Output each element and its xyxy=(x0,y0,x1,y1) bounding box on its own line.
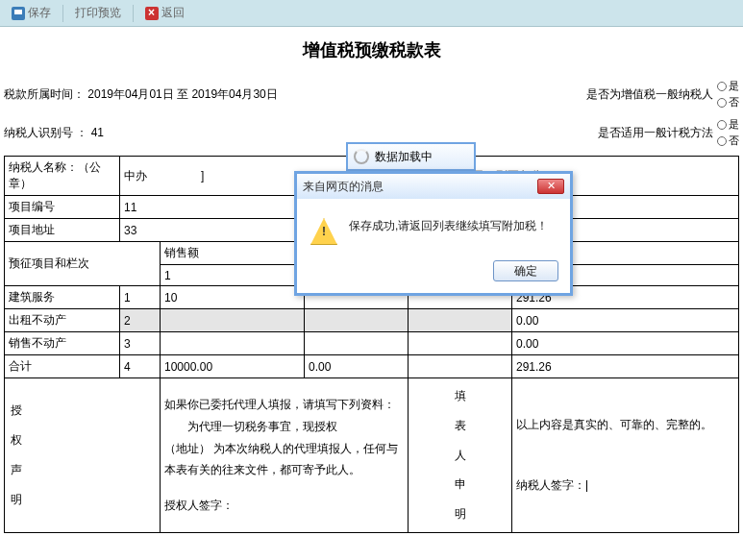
use-method-label: 是否适用一般计税方法 xyxy=(598,125,713,141)
loading-text: 数据加载中 xyxy=(375,149,433,165)
loading-indicator: 数据加载中 xyxy=(346,142,476,171)
col-sales: 销售额 xyxy=(161,242,305,265)
toolbar-separator xyxy=(62,5,63,22)
dialog-title: 来自网页的消息 xyxy=(303,179,384,195)
taxid-label: 纳税人识别号 ： xyxy=(4,126,87,139)
colnum-1: 1 xyxy=(161,265,305,286)
back-label: 返回 xyxy=(161,5,185,21)
declare-body: 以上内容是真实的、可靠的、完整的。 xyxy=(516,414,734,436)
message-dialog: 来自网页的消息 ✕ 保存成功,请返回列表继续填写附加税！ 确定 xyxy=(294,171,573,296)
table-row: 出租不动产 2 0.00 xyxy=(5,309,739,332)
save-icon xyxy=(12,7,25,20)
back-button[interactable]: 返回 xyxy=(139,3,190,23)
name-label: 纳税人名称：（公章） xyxy=(5,157,120,196)
spinner-icon xyxy=(354,149,369,164)
projaddr-label: 项目地址 xyxy=(5,219,120,242)
table-row: 合计 4 10000.00 0.00 291.26 xyxy=(5,355,739,378)
is-general-label: 是否为增值税一般纳税人 xyxy=(586,86,713,103)
print-preview-button[interactable]: 打印预览 xyxy=(69,3,127,23)
toolbar: 保存 打印预览 返回 xyxy=(0,0,743,27)
period-value: 2019年04月01日 至 2019年04月30日 xyxy=(87,87,277,101)
dialog-close-button[interactable]: ✕ xyxy=(537,179,564,194)
dialog-ok-button[interactable]: 确定 xyxy=(493,260,558,281)
radio-yes-2[interactable] xyxy=(717,120,727,130)
radio-no-2[interactable] xyxy=(717,136,727,146)
section-label: 预征项目和栏次 xyxy=(5,242,161,286)
save-label: 保存 xyxy=(28,5,51,21)
taxid-value: 41 xyxy=(91,126,104,139)
return-icon xyxy=(145,7,159,20)
declare-title: 填表人申明 xyxy=(412,381,508,529)
taxpayer-sign[interactable]: 纳税人签字： xyxy=(516,475,734,497)
save-button[interactable]: 保存 xyxy=(6,3,57,23)
warning-icon xyxy=(310,218,337,245)
radio-yes[interactable] xyxy=(717,82,727,91)
radio-no[interactable] xyxy=(717,98,727,108)
toolbar-separator xyxy=(133,5,134,22)
projno-label: 项目编号 xyxy=(5,196,120,219)
period-label: 税款所属时间： xyxy=(4,87,85,101)
table-row: 销售不动产 3 0.00 xyxy=(5,332,739,355)
auth-body: 如果你已委托代理人填报，请填写下列资料： 为代理一切税务事宜，现授权 （地址） … xyxy=(164,394,404,517)
auth-title: 授权声明 xyxy=(9,381,24,529)
print-label: 打印预览 xyxy=(75,5,121,21)
dialog-message: 保存成功,请返回列表继续填写附加税！ xyxy=(349,218,548,234)
page-title: 增值税预缴税款表 xyxy=(0,38,743,61)
